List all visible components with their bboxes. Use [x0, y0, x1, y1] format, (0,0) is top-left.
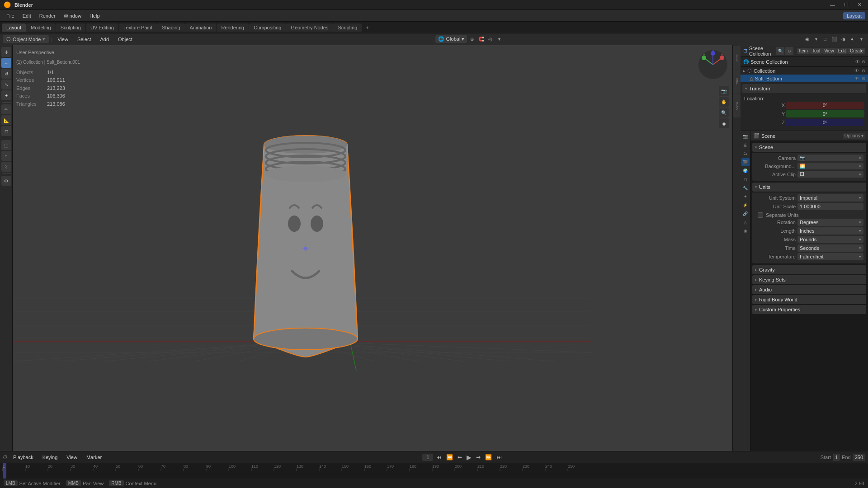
- proportional-falloff[interactable]: ▾: [495, 35, 503, 43]
- props-options-btn[interactable]: Options ▾: [843, 133, 865, 139]
- particles-props-icon[interactable]: ✦: [741, 192, 750, 201]
- menu-file[interactable]: File: [3, 12, 18, 19]
- mass-dropdown[interactable]: Pounds ▾: [797, 236, 863, 243]
- marker-menu[interactable]: Marker: [83, 454, 105, 461]
- background-selector[interactable]: 🌅 ▾: [797, 163, 863, 169]
- jump-start-btn[interactable]: ⏮: [435, 454, 443, 461]
- tool-tab[interactable]: Tool: [810, 48, 822, 54]
- window-close[interactable]: ✕: [855, 2, 864, 8]
- menu-window[interactable]: Window: [60, 12, 85, 19]
- select-lasso[interactable]: ⌇: [1, 162, 11, 172]
- audio-header[interactable]: ▸ Audio: [752, 285, 866, 294]
- zoom-btn[interactable]: 🔍: [719, 108, 729, 117]
- camera-view-btn[interactable]: 📷: [719, 86, 729, 96]
- keying-sets-header[interactable]: ▸ Keying Sets: [752, 275, 866, 284]
- separate-units-check[interactable]: [758, 212, 763, 218]
- length-dropdown[interactable]: Inches ▾: [797, 227, 863, 235]
- menu-help[interactable]: Help: [86, 12, 104, 19]
- output-props-icon[interactable]: 🖨: [741, 141, 750, 149]
- select-circle[interactable]: ○: [1, 151, 11, 161]
- frame-scrubber-area[interactable]: 1 10 20 30 40 50 60 70 80 90 100 110 120…: [0, 463, 868, 479]
- salt-sel-icon[interactable]: ⊙: [862, 76, 865, 81]
- scale-tool[interactable]: ⤡: [1, 80, 11, 89]
- nav-gizmo[interactable]: X Y Z: [697, 49, 729, 80]
- side-tab-item[interactable]: Item: [733, 46, 741, 70]
- physics-props-icon[interactable]: ⚡: [741, 201, 750, 209]
- salt-vis-icon[interactable]: 👁: [854, 76, 859, 81]
- pivot-icon[interactable]: ⊕: [468, 35, 476, 43]
- unit-system-dropdown[interactable]: Imperial ▾: [797, 194, 863, 202]
- mode-selector[interactable]: ⬡ Object Mode ▾: [3, 35, 49, 43]
- object-menu[interactable]: Object: [114, 36, 136, 43]
- side-tab-view[interactable]: View: [733, 94, 741, 117]
- start-val[interactable]: 1: [833, 454, 840, 461]
- ws-tab-geometry-nodes[interactable]: Geometry Nodes: [286, 23, 333, 32]
- ws-tab-add[interactable]: +: [362, 23, 372, 32]
- ws-tab-sculpting[interactable]: Sculpting: [56, 23, 85, 32]
- window-minimize[interactable]: —: [827, 2, 838, 8]
- view-tab[interactable]: View: [822, 48, 836, 54]
- ws-tab-compositing[interactable]: Compositing: [249, 23, 286, 32]
- next-frame-btn[interactable]: ⏩: [484, 454, 493, 461]
- window-maximize[interactable]: ☐: [841, 2, 851, 8]
- gravity-header[interactable]: ▸ Gravity: [752, 265, 866, 274]
- constraints-props-icon[interactable]: 🔗: [741, 210, 750, 218]
- play-btn[interactable]: ▶: [465, 453, 473, 461]
- menu-render[interactable]: Render: [36, 12, 59, 19]
- move-tool[interactable]: ↔: [1, 58, 11, 68]
- shading-material[interactable]: ◑: [839, 35, 847, 43]
- camera-selector[interactable]: 📷 ▾: [797, 155, 863, 161]
- shading-wire[interactable]: □: [821, 35, 829, 43]
- keying-menu[interactable]: Keying: [39, 454, 61, 461]
- view-menu-tl[interactable]: View: [63, 454, 81, 461]
- collection-vis-icon[interactable]: 👁: [854, 68, 859, 73]
- ws-tab-layout[interactable]: Layout: [2, 23, 26, 32]
- modifier-props-icon[interactable]: 🔧: [741, 184, 750, 192]
- create-tab[interactable]: Create: [848, 48, 865, 54]
- prev-frame-btn[interactable]: ⏪: [445, 454, 454, 461]
- rigid-body-world-header[interactable]: ▸ Rigid Body World: [752, 295, 866, 304]
- measure-tool[interactable]: 📐: [1, 115, 11, 125]
- unit-scale-val[interactable]: 1.000000: [797, 203, 863, 210]
- perspective-btn[interactable]: ◉: [719, 118, 729, 128]
- custom-properties-header[interactable]: ▸ Custom Properties: [752, 305, 866, 314]
- time-dropdown[interactable]: Seconds ▾: [797, 244, 863, 252]
- playback-menu[interactable]: Playback: [9, 454, 37, 461]
- overlay-arrow[interactable]: ▾: [812, 35, 820, 43]
- cursor-tool[interactable]: ✛: [1, 47, 11, 57]
- transform-tool[interactable]: ✦: [1, 90, 11, 100]
- next-keyframe-btn[interactable]: ➡: [475, 454, 482, 461]
- loc-y-val[interactable]: 0°: [786, 110, 864, 117]
- material-props-icon[interactable]: ◉: [741, 227, 750, 235]
- proportional-icon[interactable]: ◎: [486, 35, 494, 43]
- loc-x-val[interactable]: 0°: [786, 102, 864, 109]
- rotate-tool[interactable]: ↺: [1, 69, 11, 79]
- ws-tab-scripting[interactable]: Scripting: [333, 23, 362, 32]
- ws-tab-animation[interactable]: Animation: [185, 23, 217, 32]
- loc-z-val[interactable]: 0°: [786, 119, 864, 126]
- outliner-select-eye[interactable]: ⊙: [862, 59, 865, 64]
- ws-tab-texture-paint[interactable]: Texture Paint: [119, 23, 157, 32]
- ws-tab-rendering[interactable]: Rendering: [217, 23, 249, 32]
- data-props-icon[interactable]: △: [741, 218, 750, 226]
- shading-arrow[interactable]: ▾: [857, 35, 865, 43]
- outliner-salt-bottom[interactable]: △ Salt_Bottom 👁 ⊙: [741, 75, 868, 82]
- annotate-tool[interactable]: ✏: [1, 104, 11, 114]
- object-props-icon[interactable]: ◻: [741, 175, 750, 183]
- playback-current-frame[interactable]: 1: [422, 454, 433, 461]
- scene-props-icon[interactable]: 🎬: [741, 158, 750, 166]
- overlay-icon[interactable]: ◉: [803, 35, 811, 43]
- world-props-icon[interactable]: 🌍: [741, 167, 750, 175]
- outliner-filter-icon[interactable]: ⊙: [785, 47, 793, 55]
- transform-header[interactable]: ▾ Transform: [742, 84, 866, 93]
- ws-tab-uv-editing[interactable]: UV Editing: [86, 23, 118, 32]
- end-val[interactable]: 250: [853, 454, 865, 461]
- outliner-search-icon[interactable]: 🔍: [776, 47, 784, 55]
- jump-end-btn[interactable]: ⏭: [495, 454, 503, 461]
- scene-sub-header[interactable]: ▾ Scene: [752, 143, 866, 152]
- snap-icon[interactable]: 🧲: [477, 35, 485, 43]
- side-tab-tool[interactable]: Tool: [733, 70, 741, 94]
- transform-extra[interactable]: ⚙: [1, 176, 11, 186]
- add-cube-tool[interactable]: ◻: [1, 126, 11, 136]
- item-tab[interactable]: Item: [797, 48, 809, 54]
